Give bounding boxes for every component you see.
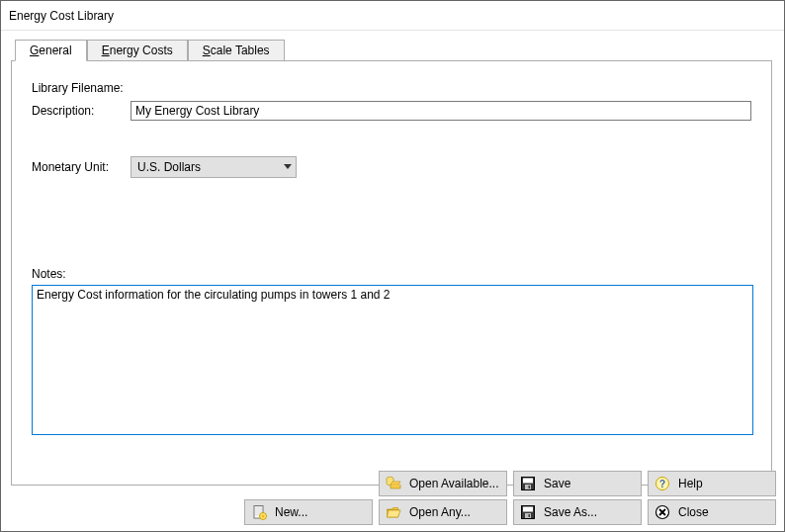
svg-rect-4: [529, 486, 531, 488]
tab-scale-tables[interactable]: Scale Tables: [188, 40, 285, 61]
description-label: Description:: [32, 104, 131, 118]
client-area: General Energy Costs Scale Tables Librar…: [1, 31, 784, 495]
library-filename-row: Library Filename:: [32, 81, 751, 95]
open-available-button[interactable]: Open Available...: [379, 471, 507, 496]
open-any-button[interactable]: Open Any...: [379, 499, 507, 525]
new-file-icon: [245, 504, 273, 520]
tab-energy-costs[interactable]: Energy Costs: [87, 40, 188, 61]
library-filename-label: Library Filename:: [32, 81, 131, 95]
monetary-unit-value: U.S. Dollars: [137, 160, 201, 174]
chevron-down-icon: [284, 164, 292, 170]
notes-label: Notes:: [32, 267, 751, 281]
folder-open-db-icon: [380, 476, 407, 491]
save-label: Save: [542, 477, 641, 490]
close-button[interactable]: Close: [648, 499, 776, 525]
svg-rect-3: [525, 485, 531, 489]
new-button[interactable]: New...: [244, 499, 373, 525]
floppy-save-as-icon: [514, 504, 542, 520]
title-bar: Energy Cost Library: [1, 1, 784, 31]
svg-point-13: [656, 506, 669, 519]
tab-general[interactable]: General: [15, 40, 87, 61]
description-row: Description:: [32, 101, 751, 121]
help-label: Help: [676, 477, 775, 490]
svg-rect-12: [529, 514, 531, 517]
tab-strip: General Energy Costs Scale Tables: [11, 39, 774, 60]
folder-open-icon: [380, 504, 407, 520]
monetary-unit-select[interactable]: U.S. Dollars: [131, 156, 297, 178]
help-icon: ?: [649, 476, 676, 491]
svg-text:?: ?: [659, 479, 665, 489]
svg-rect-1: [522, 478, 535, 490]
close-label: Close: [676, 505, 775, 519]
svg-rect-7: [254, 506, 263, 519]
help-button[interactable]: ? Help: [648, 471, 776, 496]
svg-rect-10: [523, 507, 533, 512]
save-as-label: Save As...: [542, 505, 641, 519]
tab-page-general: Library Filename: Description: Monetary …: [11, 60, 772, 486]
window-title: Energy Cost Library: [9, 9, 114, 23]
description-input[interactable]: [131, 101, 751, 121]
monetary-unit-label: Monetary Unit:: [32, 160, 131, 174]
button-bar: Open Available... Save ? Help: [244, 471, 776, 525]
svg-rect-2: [523, 479, 533, 484]
svg-rect-9: [522, 506, 535, 519]
notes-textarea[interactable]: [32, 285, 753, 435]
floppy-save-icon: [514, 476, 542, 491]
open-available-label: Open Available...: [407, 477, 506, 490]
new-label: New...: [273, 505, 372, 519]
svg-point-0: [387, 477, 393, 481]
save-button[interactable]: Save: [513, 471, 642, 496]
monetary-unit-row: Monetary Unit: U.S. Dollars: [32, 156, 751, 178]
svg-point-8: [260, 513, 267, 520]
open-any-label: Open Any...: [407, 505, 506, 519]
svg-point-5: [656, 478, 669, 490]
close-icon: [649, 504, 676, 520]
save-as-button[interactable]: Save As...: [513, 499, 642, 525]
svg-rect-11: [525, 513, 531, 518]
energy-cost-library-window: Energy Cost Library General Energy Costs…: [0, 0, 785, 532]
